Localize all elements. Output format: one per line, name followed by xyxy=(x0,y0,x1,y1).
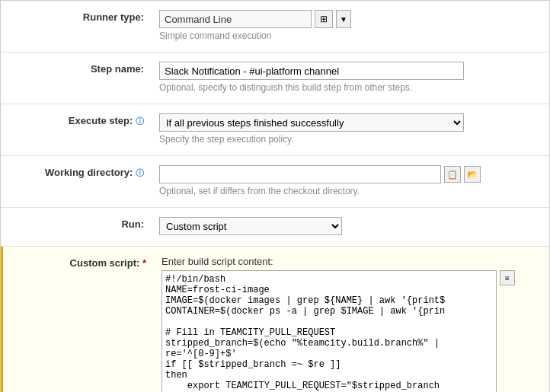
run-select[interactable]: Custom script Executable with parameters xyxy=(159,217,342,235)
execute-step-hint: Specify the step execution policy. xyxy=(159,134,540,145)
step-name-hint: Optional, specify to distinguish this bu… xyxy=(159,82,540,93)
step-name-label: Step name: xyxy=(1,60,153,78)
working-dir-icon-btn-1[interactable]: 📋 xyxy=(444,166,461,183)
working-directory-label: Working directory: ⓘ xyxy=(1,164,153,182)
label-text: Custom script: xyxy=(70,257,140,269)
working-directory-help-icon[interactable]: ⓘ xyxy=(136,168,144,177)
script-wrapper: #!/bin/bash NAME=frost-ci-image IMAGE=$(… xyxy=(161,270,543,392)
runner-type-wrapper: Command Line ⊞ ▼ xyxy=(159,10,540,28)
runner-type-dropdown-btn[interactable]: ▼ xyxy=(336,10,351,28)
label-text: Step name: xyxy=(91,63,144,75)
execute-step-help-icon[interactable]: ⓘ xyxy=(136,116,144,126)
custom-script-content: Enter build script content: #!/bin/bash … xyxy=(155,254,549,392)
required-star: * xyxy=(142,257,146,269)
runner-type-hint: Simple command execution xyxy=(159,30,540,41)
script-content-label: Enter build script content: xyxy=(161,256,543,267)
working-dir-icon-btn-2[interactable]: 📂 xyxy=(464,166,481,183)
working-directory-hint: Optional, set if differs from the checko… xyxy=(159,186,540,196)
step-name-content: Optional, specify to distinguish this bu… xyxy=(153,60,549,96)
runner-type-label: Runner type: xyxy=(1,8,153,26)
runner-type-icon-btn[interactable]: ⊞ xyxy=(315,10,333,28)
execute-step-content: If all previous steps finished successfu… xyxy=(153,112,549,148)
label-text: Runner type: xyxy=(83,11,144,23)
custom-script-textarea[interactable]: #!/bin/bash NAME=frost-ci-image IMAGE=$(… xyxy=(161,270,497,392)
run-label: Run: xyxy=(1,215,153,233)
custom-script-label: Custom script: * xyxy=(3,254,155,272)
custom-script-row: Custom script: * Enter build script cont… xyxy=(1,247,549,392)
step-name-row: Step name: Optional, specify to distingu… xyxy=(1,53,549,104)
working-dir-wrapper: 📋 📂 xyxy=(159,165,540,183)
working-directory-content: 📋 📂 Optional, set if differs from the ch… xyxy=(153,164,549,199)
build-step-form: Runner type: Command Line ⊞ ▼ Simple com… xyxy=(0,0,550,392)
run-content: Custom script Executable with parameters xyxy=(153,215,549,238)
execute-step-select[interactable]: If all previous steps finished successfu… xyxy=(159,113,464,132)
label-text: Execute step: xyxy=(69,115,133,126)
runner-type-content: Command Line ⊞ ▼ Simple command executio… xyxy=(153,8,549,44)
working-directory-input[interactable] xyxy=(159,165,441,183)
working-directory-row: Working directory: ⓘ 📋 📂 Optional, set i… xyxy=(1,156,549,208)
runner-type-value: Command Line xyxy=(159,10,312,28)
run-row: Run: Custom script Executable with param… xyxy=(1,208,549,247)
execute-step-label: Execute step: ⓘ xyxy=(1,112,153,130)
label-text: Working directory: xyxy=(45,167,133,178)
textarea-icons: ≡ xyxy=(500,270,515,285)
runner-type-row: Runner type: Command Line ⊞ ▼ Simple com… xyxy=(1,1,549,53)
label-text: Run: xyxy=(121,218,144,230)
step-name-input[interactable] xyxy=(159,62,464,80)
textarea-icon-btn[interactable]: ≡ xyxy=(500,270,515,285)
execute-step-row: Execute step: ⓘ If all previous steps fi… xyxy=(1,104,549,156)
